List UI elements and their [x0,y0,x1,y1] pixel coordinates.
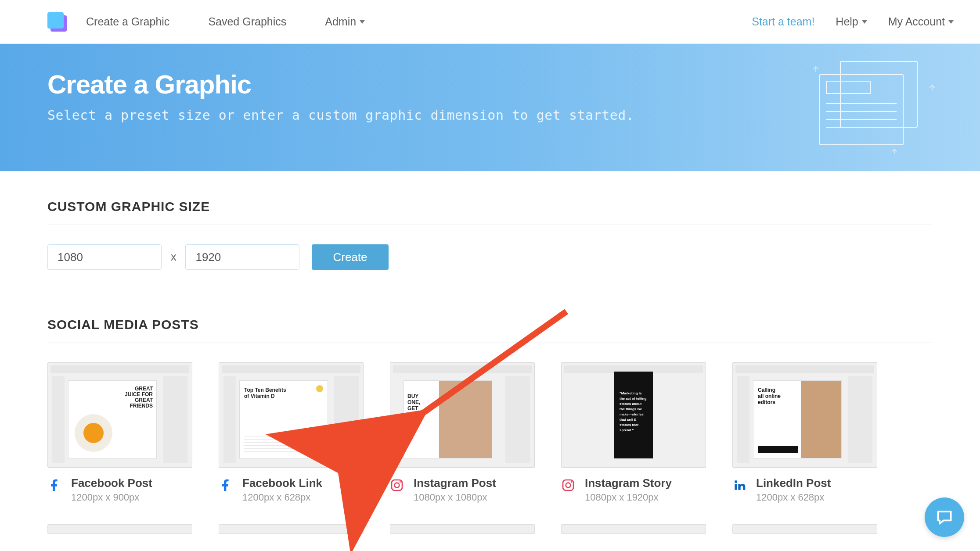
svg-point-12 [566,483,571,488]
facebook-icon [219,478,233,492]
preset-cards: GREATJUICE FORGREATFRIENDS Facebook Post… [47,362,933,503]
preset-dims: 1080px x 1920px [585,492,672,503]
chat-launcher[interactable] [925,497,964,537]
preset-dims: 1200px x 628px [756,492,831,503]
main-content: CUSTOM GRAPHIC SIZE x Create SOCIAL MEDI… [0,171,980,551]
preset-thumb: Top Ten Benefitsof Vitamin D [219,362,364,468]
preset-name: Instagram Post [414,476,496,490]
svg-point-9 [395,483,400,488]
svg-rect-1 [820,75,903,145]
svg-rect-2 [826,81,870,93]
caret-down-icon [862,20,867,24]
nav-account-label: My Account [888,15,945,28]
preset-name: Facebook Link [242,476,322,490]
svg-rect-0 [840,61,917,127]
nav-help[interactable]: Help [836,15,867,28]
custom-size-row: x Create [47,244,933,270]
hero-illustration [800,57,949,158]
instagram-icon [561,478,575,492]
preset-name: Instagram Story [585,476,672,490]
linkedin-icon [732,478,746,492]
preset-linkedin-post[interactable]: Callingall onlineeditors LinkedIn Post 1… [732,362,877,503]
nav-right: Start a team! Help My Account [731,15,954,28]
preset-thumb: GREATJUICE FORGREATFRIENDS [47,362,192,468]
next-row-peek [47,524,933,534]
caret-down-icon [360,20,365,24]
svg-point-13 [571,481,572,483]
preset-thumb: "Marketing is the act of telling stories… [561,362,706,468]
facebook-icon [47,478,61,492]
preset-name: LinkedIn Post [756,476,831,490]
top-nav: Create a Graphic Saved Graphics Admin St… [0,0,980,44]
chat-icon [935,508,954,527]
nav-admin[interactable]: Admin [325,15,365,28]
height-input[interactable] [185,244,299,270]
nav-start-team[interactable]: Start a team! [752,15,814,28]
preset-instagram-story[interactable]: "Marketing is the act of telling stories… [561,362,706,503]
hero-banner: Create a Graphic Select a preset size or… [0,44,980,171]
create-button[interactable]: Create [312,244,388,270]
nav-admin-label: Admin [325,15,356,28]
instagram-icon [390,478,404,492]
app-logo[interactable] [47,12,67,32]
preset-thumb: BUYONE,GETONE50%OFF [390,362,535,468]
caret-down-icon [948,20,954,24]
dimension-separator: x [170,251,177,263]
width-input[interactable] [47,244,162,270]
preset-dims: 1200px x 628px [242,492,322,503]
nav-saved-graphics[interactable]: Saved Graphics [208,15,286,28]
preset-facebook-post[interactable]: GREATJUICE FORGREATFRIENDS Facebook Post… [47,362,192,503]
nav-left: Create a Graphic Saved Graphics Admin [86,15,404,28]
preset-instagram-post[interactable]: BUYONE,GETONE50%OFF Instagram Post 1080p… [390,362,535,503]
nav-help-label: Help [836,15,858,28]
preset-name: Facebook Post [71,476,152,490]
preset-dims: 1080px x 1080px [414,492,496,503]
preset-thumb: Callingall onlineeditors [732,362,877,468]
nav-my-account[interactable]: My Account [888,15,954,28]
preset-dims: 1200px x 900px [71,492,152,503]
preset-facebook-link[interactable]: Top Ten Benefitsof Vitamin D Facebook Li… [219,362,364,503]
nav-create-graphic[interactable]: Create a Graphic [86,15,169,28]
svg-point-10 [400,481,401,483]
custom-size-title: CUSTOM GRAPHIC SIZE [47,199,933,225]
presets-title: SOCIAL MEDIA POSTS [47,317,933,343]
